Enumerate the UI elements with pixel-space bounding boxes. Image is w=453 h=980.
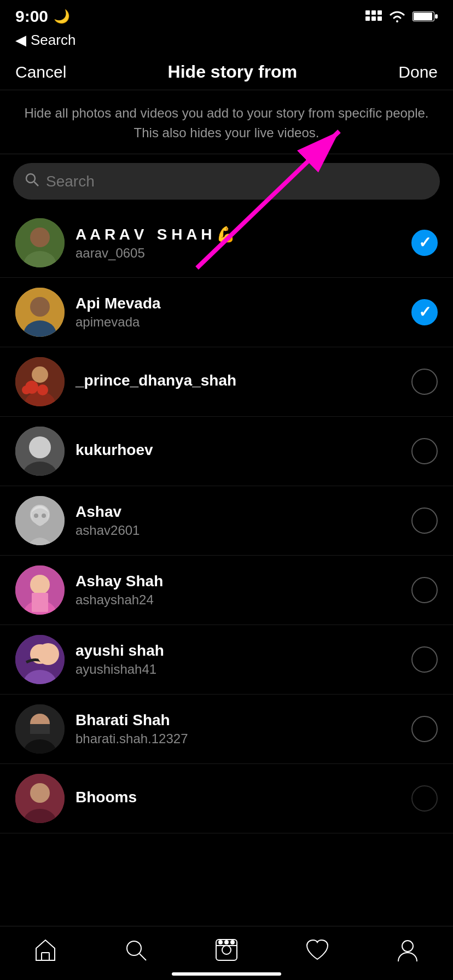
header: Cancel Hide story from Done (0, 54, 453, 90)
avatar-ayushi (15, 635, 65, 684)
svg-point-31 (34, 514, 38, 518)
contact-name-api: Api Mevada (76, 295, 400, 312)
contact-name-prince: _prince_dhanya_shah (76, 372, 400, 389)
contact-item-kukur[interactable]: kukurhoev (0, 417, 453, 486)
svg-rect-8 (414, 13, 432, 20)
status-icons (365, 9, 438, 24)
svg-point-14 (30, 228, 50, 247)
contact-info-ashay: Ashay Shah ashayshah24 (76, 573, 400, 608)
svg-point-10 (26, 174, 35, 183)
search-input[interactable] (46, 173, 429, 190)
nav-back-label: Search (31, 32, 76, 49)
nav-item-home[interactable] (32, 936, 59, 964)
nav-item-search[interactable] (122, 936, 149, 964)
svg-point-55 (219, 941, 222, 944)
avatar-ashav (15, 496, 65, 545)
svg-point-40 (37, 643, 59, 665)
svg-point-34 (30, 575, 50, 594)
main-content: Hide all photos and videos you add to yo… (0, 90, 453, 910)
contact-name-ayushi: ayushi shah (76, 642, 400, 660)
svg-rect-0 (365, 10, 370, 15)
svg-rect-49 (42, 953, 49, 960)
svg-point-23 (37, 384, 48, 395)
heart-icon (304, 936, 331, 964)
svg-point-53 (222, 946, 231, 954)
status-time: 9:00 (15, 7, 48, 26)
contact-item-ashav[interactable]: Ashav ashav2601 (0, 486, 453, 556)
contact-name-kukur: kukurhoev (76, 441, 400, 459)
svg-point-50 (127, 941, 141, 955)
nav-item-profile[interactable] (394, 936, 421, 964)
status-bar: 9:00 🌙 (0, 0, 453, 30)
check-api[interactable]: ✓ (411, 299, 438, 325)
contact-item-bhooms[interactable]: Bhooms (0, 764, 453, 833)
contact-item-api[interactable]: Api Mevada apimevada ✓ (0, 278, 453, 347)
nav-back[interactable]: ◀ Search (0, 30, 453, 54)
signal-icon (365, 10, 382, 22)
contact-item-prince[interactable]: _prince_dhanya_shah (0, 347, 453, 417)
svg-line-51 (140, 954, 146, 960)
contact-info-ashav: Ashav ashav2601 (76, 503, 400, 538)
contact-name-aarav: A A R A V S H A H 💪 (76, 225, 400, 243)
svg-point-20 (32, 366, 48, 383)
contact-username-ashay: ashayshah24 (76, 592, 400, 608)
check-ayushi[interactable] (411, 646, 438, 673)
checkmark-icon-api: ✓ (419, 305, 431, 320)
contact-name-ashav: Ashav (76, 503, 400, 521)
contact-username-aarav: aarav_0605 (76, 246, 400, 261)
svg-point-56 (225, 941, 228, 944)
wifi-icon (387, 9, 407, 24)
battery-icon (413, 10, 438, 22)
search-container (0, 154, 453, 208)
contact-item-bharati[interactable]: Bharati Shah bharati.shah.12327 (0, 695, 453, 764)
contact-item-ayushi[interactable]: ayushi shah ayushishah41 (0, 625, 453, 695)
cancel-button[interactable]: Cancel (15, 63, 66, 81)
search-nav-icon (122, 936, 149, 964)
avatar-ashay (15, 565, 65, 615)
moon-icon: 🌙 (54, 9, 70, 24)
search-bar[interactable] (13, 163, 440, 200)
check-ashav[interactable] (411, 508, 438, 534)
profile-icon (394, 936, 421, 964)
svg-point-58 (402, 941, 413, 952)
avatar-bharati (15, 704, 65, 754)
home-indicator (172, 972, 281, 976)
description-text: Hide all photos and videos you add to yo… (0, 90, 453, 154)
avatar-api (15, 288, 65, 337)
svg-point-17 (30, 297, 50, 317)
contact-info-kukur: kukurhoev (76, 441, 400, 461)
svg-rect-1 (371, 10, 376, 15)
svg-rect-9 (435, 14, 438, 19)
check-ashay[interactable] (411, 577, 438, 603)
back-arrow-icon: ◀ (15, 32, 26, 49)
contact-name-bharati: Bharati Shah (76, 711, 400, 729)
contact-item-ashay[interactable]: Ashay Shah ashayshah24 (0, 556, 453, 625)
reels-icon (213, 936, 240, 964)
contact-item-aarav[interactable]: A A R A V S H A H 💪 aarav_0605 ✓ (0, 208, 453, 278)
contact-info-bharati: Bharati Shah bharati.shah.12327 (76, 711, 400, 746)
check-bharati[interactable] (411, 716, 438, 742)
search-icon (24, 172, 39, 191)
contact-list: A A R A V S H A H 💪 aarav_0605 ✓ Api Mev… (0, 208, 453, 833)
nav-item-reels[interactable] (213, 936, 240, 964)
check-prince[interactable] (411, 369, 438, 395)
contact-info-aarav: A A R A V S H A H 💪 aarav_0605 (76, 225, 400, 261)
contact-info-api: Api Mevada apimevada (76, 295, 400, 330)
contact-username-ashav: ashav2601 (76, 523, 400, 538)
svg-rect-4 (371, 16, 376, 21)
check-bhooms[interactable] (411, 785, 438, 812)
check-aarav[interactable]: ✓ (411, 230, 438, 256)
contact-username-bharati: bharati.shah.12327 (76, 731, 400, 746)
svg-point-26 (29, 436, 51, 458)
contact-name-bhooms: Bhooms (76, 789, 400, 806)
avatar-kukur (15, 427, 65, 476)
avatar-prince (15, 357, 65, 406)
svg-rect-5 (378, 16, 382, 21)
svg-line-11 (34, 182, 39, 186)
done-button[interactable]: Done (398, 63, 438, 81)
contact-info-bhooms: Bhooms (76, 789, 400, 808)
contact-info-prince: _prince_dhanya_shah (76, 372, 400, 392)
svg-point-45 (30, 783, 50, 803)
nav-item-likes[interactable] (304, 936, 331, 964)
check-kukur[interactable] (411, 438, 438, 464)
